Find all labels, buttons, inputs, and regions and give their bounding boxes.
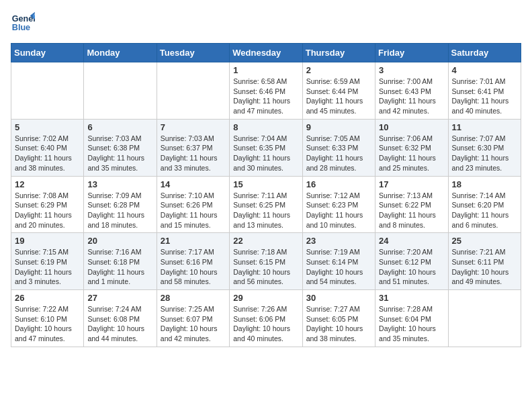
calendar-day-9: 9Sunrise: 7:05 AM Sunset: 6:33 PM Daylig…	[302, 119, 375, 176]
calendar-day-23: 23Sunrise: 7:19 AM Sunset: 6:14 PM Dayli…	[302, 233, 375, 290]
day-number: 16	[306, 179, 371, 189]
calendar-day-7: 7Sunrise: 7:03 AM Sunset: 6:37 PM Daylig…	[157, 119, 229, 176]
day-info: Sunrise: 7:12 AM Sunset: 6:23 PM Dayligh…	[306, 191, 371, 230]
calendar-day-17: 17Sunrise: 7:13 AM Sunset: 6:22 PM Dayli…	[375, 176, 448, 233]
day-info: Sunrise: 7:15 AM Sunset: 6:19 PM Dayligh…	[15, 247, 80, 287]
day-number: 19	[15, 236, 80, 246]
day-info: Sunrise: 7:02 AM Sunset: 6:40 PM Dayligh…	[15, 134, 80, 173]
calendar-empty-cell	[448, 290, 521, 347]
day-number: 3	[379, 65, 444, 75]
calendar-empty-cell	[11, 62, 84, 120]
calendar-day-5: 5Sunrise: 7:02 AM Sunset: 6:40 PM Daylig…	[11, 119, 84, 176]
calendar-header-row: SundayMondayTuesdayWednesdayThursdayFrid…	[11, 44, 521, 62]
logo: General Blue	[11, 11, 38, 35]
weekday-header-tuesday: Tuesday	[157, 44, 229, 62]
day-info: Sunrise: 7:03 AM Sunset: 6:38 PM Dayligh…	[87, 134, 152, 173]
calendar-day-15: 15Sunrise: 7:11 AM Sunset: 6:25 PM Dayli…	[230, 176, 302, 233]
calendar-day-2: 2Sunrise: 6:59 AM Sunset: 6:44 PM Daylig…	[302, 62, 375, 120]
day-info: Sunrise: 7:06 AM Sunset: 6:32 PM Dayligh…	[379, 134, 444, 173]
day-number: 9	[306, 122, 371, 132]
calendar-day-10: 10Sunrise: 7:06 AM Sunset: 6:32 PM Dayli…	[375, 119, 448, 176]
day-info: Sunrise: 7:05 AM Sunset: 6:33 PM Dayligh…	[306, 134, 371, 173]
day-number: 14	[161, 179, 226, 189]
day-number: 13	[87, 179, 152, 189]
weekday-header-wednesday: Wednesday	[230, 44, 302, 62]
calendar-week-row: 26Sunrise: 7:22 AM Sunset: 6:10 PM Dayli…	[11, 290, 521, 347]
page-header: General Blue	[11, 11, 521, 35]
day-number: 30	[306, 293, 371, 303]
day-info: Sunrise: 6:58 AM Sunset: 6:46 PM Dayligh…	[233, 77, 298, 116]
day-number: 20	[87, 236, 152, 246]
day-info: Sunrise: 7:28 AM Sunset: 6:04 PM Dayligh…	[379, 304, 444, 344]
day-number: 10	[379, 122, 444, 132]
day-number: 4	[452, 65, 517, 75]
day-info: Sunrise: 7:07 AM Sunset: 6:30 PM Dayligh…	[452, 134, 517, 173]
day-info: Sunrise: 7:17 AM Sunset: 6:16 PM Dayligh…	[161, 247, 226, 287]
calendar-day-19: 19Sunrise: 7:15 AM Sunset: 6:19 PM Dayli…	[11, 233, 84, 290]
svg-text:Blue: Blue	[12, 23, 30, 32]
calendar-day-4: 4Sunrise: 7:01 AM Sunset: 6:41 PM Daylig…	[448, 62, 521, 120]
day-number: 5	[15, 122, 80, 132]
day-number: 25	[452, 236, 517, 246]
calendar-day-24: 24Sunrise: 7:20 AM Sunset: 6:12 PM Dayli…	[375, 233, 448, 290]
weekday-header-friday: Friday	[375, 44, 448, 62]
calendar-day-16: 16Sunrise: 7:12 AM Sunset: 6:23 PM Dayli…	[302, 176, 375, 233]
day-info: Sunrise: 7:26 AM Sunset: 6:06 PM Dayligh…	[233, 304, 298, 344]
day-info: Sunrise: 7:16 AM Sunset: 6:18 PM Dayligh…	[87, 247, 152, 287]
day-info: Sunrise: 7:27 AM Sunset: 6:05 PM Dayligh…	[306, 304, 371, 344]
day-info: Sunrise: 7:09 AM Sunset: 6:28 PM Dayligh…	[87, 191, 152, 230]
calendar-table: SundayMondayTuesdayWednesdayThursdayFrid…	[11, 43, 521, 347]
calendar-day-29: 29Sunrise: 7:26 AM Sunset: 6:06 PM Dayli…	[230, 290, 302, 347]
calendar-day-20: 20Sunrise: 7:16 AM Sunset: 6:18 PM Dayli…	[84, 233, 157, 290]
day-info: Sunrise: 7:20 AM Sunset: 6:12 PM Dayligh…	[379, 247, 444, 287]
day-number: 31	[379, 293, 444, 303]
calendar-week-row: 1Sunrise: 6:58 AM Sunset: 6:46 PM Daylig…	[11, 62, 521, 120]
day-info: Sunrise: 7:00 AM Sunset: 6:43 PM Dayligh…	[379, 77, 444, 116]
day-number: 29	[233, 293, 298, 303]
calendar-day-31: 31Sunrise: 7:28 AM Sunset: 6:04 PM Dayli…	[375, 290, 448, 347]
calendar-day-12: 12Sunrise: 7:08 AM Sunset: 6:29 PM Dayli…	[11, 176, 84, 233]
day-info: Sunrise: 7:21 AM Sunset: 6:11 PM Dayligh…	[452, 247, 517, 287]
calendar-day-27: 27Sunrise: 7:24 AM Sunset: 6:08 PM Dayli…	[84, 290, 157, 347]
day-number: 22	[233, 236, 298, 246]
day-number: 27	[87, 293, 152, 303]
day-number: 8	[233, 122, 298, 132]
calendar-day-30: 30Sunrise: 7:27 AM Sunset: 6:05 PM Dayli…	[302, 290, 375, 347]
day-number: 24	[379, 236, 444, 246]
weekday-header-saturday: Saturday	[448, 44, 521, 62]
day-info: Sunrise: 7:10 AM Sunset: 6:26 PM Dayligh…	[161, 191, 226, 230]
day-info: Sunrise: 7:03 AM Sunset: 6:37 PM Dayligh…	[161, 134, 226, 173]
day-number: 2	[306, 65, 371, 75]
calendar-day-14: 14Sunrise: 7:10 AM Sunset: 6:26 PM Dayli…	[157, 176, 229, 233]
day-number: 21	[161, 236, 226, 246]
calendar-week-row: 12Sunrise: 7:08 AM Sunset: 6:29 PM Dayli…	[11, 176, 521, 233]
day-info: Sunrise: 7:08 AM Sunset: 6:29 PM Dayligh…	[15, 191, 80, 230]
calendar-day-3: 3Sunrise: 7:00 AM Sunset: 6:43 PM Daylig…	[375, 62, 448, 120]
day-info: Sunrise: 7:01 AM Sunset: 6:41 PM Dayligh…	[452, 77, 517, 116]
calendar-day-26: 26Sunrise: 7:22 AM Sunset: 6:10 PM Dayli…	[11, 290, 84, 347]
logo-icon: General Blue	[11, 11, 35, 35]
weekday-header-monday: Monday	[84, 44, 157, 62]
calendar-day-22: 22Sunrise: 7:18 AM Sunset: 6:15 PM Dayli…	[230, 233, 302, 290]
day-number: 15	[233, 179, 298, 189]
weekday-header-sunday: Sunday	[11, 44, 84, 62]
day-number: 17	[379, 179, 444, 189]
day-number: 11	[452, 122, 517, 132]
calendar-day-28: 28Sunrise: 7:25 AM Sunset: 6:07 PM Dayli…	[157, 290, 229, 347]
day-number: 12	[15, 179, 80, 189]
weekday-header-thursday: Thursday	[302, 44, 375, 62]
day-info: Sunrise: 7:13 AM Sunset: 6:22 PM Dayligh…	[379, 191, 444, 230]
day-info: Sunrise: 6:59 AM Sunset: 6:44 PM Dayligh…	[306, 77, 371, 116]
calendar-day-1: 1Sunrise: 6:58 AM Sunset: 6:46 PM Daylig…	[230, 62, 302, 120]
calendar-day-6: 6Sunrise: 7:03 AM Sunset: 6:38 PM Daylig…	[84, 119, 157, 176]
calendar-day-21: 21Sunrise: 7:17 AM Sunset: 6:16 PM Dayli…	[157, 233, 229, 290]
day-info: Sunrise: 7:11 AM Sunset: 6:25 PM Dayligh…	[233, 191, 298, 230]
day-number: 1	[233, 65, 298, 75]
calendar-day-8: 8Sunrise: 7:04 AM Sunset: 6:35 PM Daylig…	[230, 119, 302, 176]
day-number: 23	[306, 236, 371, 246]
day-number: 26	[15, 293, 80, 303]
day-number: 18	[452, 179, 517, 189]
calendar-day-18: 18Sunrise: 7:14 AM Sunset: 6:20 PM Dayli…	[448, 176, 521, 233]
day-info: Sunrise: 7:14 AM Sunset: 6:20 PM Dayligh…	[452, 191, 517, 230]
calendar-day-25: 25Sunrise: 7:21 AM Sunset: 6:11 PM Dayli…	[448, 233, 521, 290]
